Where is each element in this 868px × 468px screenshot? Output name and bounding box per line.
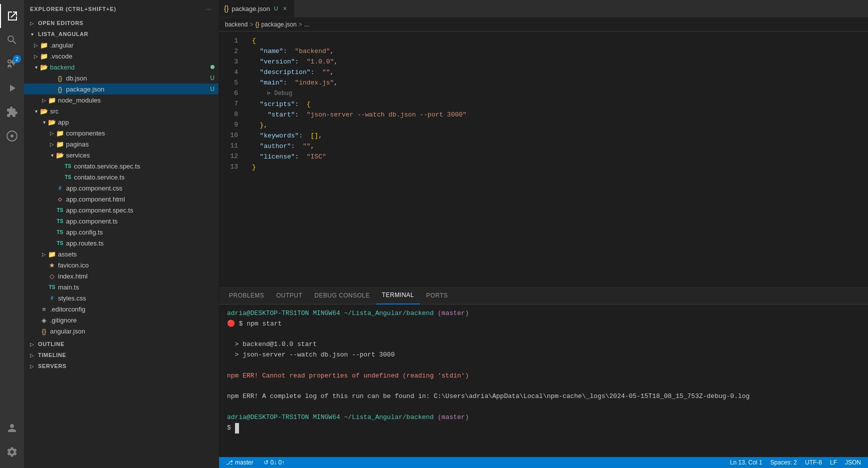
tree-item-contato-spec[interactable]: ▷ TS contato.service.spec.ts bbox=[24, 160, 218, 172]
encoding-label: UTF-8 bbox=[805, 459, 822, 466]
terminal-tab-bar: PROBLEMS OUTPUT DEBUG CONSOLE TERMINAL P… bbox=[219, 287, 868, 304]
line-col-status[interactable]: Ln 13, Col 1 bbox=[727, 457, 766, 468]
angular-label: .angular bbox=[50, 42, 218, 49]
open-editors-label: OPEN EDITORS bbox=[38, 20, 84, 26]
sync-status[interactable]: ↺ 0↓ 0↑ bbox=[260, 457, 288, 468]
app-config-icon: TS bbox=[56, 228, 64, 236]
search-icon[interactable] bbox=[0, 28, 24, 52]
tab-package-json-icon: {} bbox=[224, 4, 228, 12]
favicon-icon: ★ bbox=[48, 261, 56, 269]
explorer-icon[interactable] bbox=[0, 4, 24, 28]
app-html-icon: ◇ bbox=[56, 195, 64, 203]
open-editors-section[interactable]: ▷ OPEN EDITORS bbox=[24, 18, 218, 28]
app-chevron: ▾ bbox=[40, 118, 48, 126]
servers-section[interactable]: ▷ SERVERS bbox=[24, 360, 218, 372]
line-numbers: 1 2 3 4 5 6 7 8 9 10 11 12 13 bbox=[219, 32, 244, 287]
run-debug-icon[interactable] bbox=[0, 76, 24, 100]
app-routes-label: app.routes.ts bbox=[66, 240, 218, 247]
tab-package-json-label: package.json bbox=[232, 5, 270, 12]
tree-item-backend[interactable]: ▾ 📂 backend bbox=[24, 62, 218, 72]
source-control-icon[interactable]: 2 bbox=[0, 52, 24, 76]
tree-item-vscode[interactable]: ▷ 📁 .vscode bbox=[24, 50, 218, 62]
tree-item-node-modules[interactable]: ▷ 📁 node_modules bbox=[24, 94, 218, 106]
tree-item-index-html[interactable]: ▷ ◇ index.html bbox=[24, 270, 218, 282]
contato-spec-icon: TS bbox=[64, 162, 72, 170]
componentes-folder-icon: 📁 bbox=[56, 129, 64, 137]
breadcrumb-ellipsis[interactable]: ... bbox=[304, 21, 309, 28]
tab-close-icon[interactable]: × bbox=[281, 4, 289, 12]
extensions-icon[interactable] bbox=[0, 100, 24, 124]
tree-item-favicon[interactable]: ▷ ★ favicon.ico bbox=[24, 260, 218, 270]
tab-debug-console[interactable]: DEBUG CONSOLE bbox=[308, 287, 376, 304]
tree-item-contato-service[interactable]: ▷ TS contato.service.ts bbox=[24, 172, 218, 182]
styles-css-icon: # bbox=[48, 294, 56, 302]
settings-icon[interactable] bbox=[0, 440, 24, 464]
tree-item-app-html[interactable]: ▷ ◇ app.component.html bbox=[24, 194, 218, 204]
lista-angular-section[interactable]: ▾ LISTA_ANGULAR bbox=[24, 28, 218, 40]
tab-ports[interactable]: PORTS bbox=[420, 287, 454, 304]
encoding-status[interactable]: UTF-8 bbox=[802, 457, 825, 468]
lista-angular-label: LISTA_ANGULAR bbox=[38, 31, 88, 37]
tree-item-paginas[interactable]: ▷ 📁 paginas bbox=[24, 138, 218, 150]
tree-item-main-ts[interactable]: ▷ TS main.ts bbox=[24, 282, 218, 292]
package-json-tab[interactable]: {} package.json U × bbox=[219, 0, 294, 17]
account-icon[interactable] bbox=[0, 416, 24, 440]
tree-item-services[interactable]: ▾ 📂 services bbox=[24, 150, 218, 160]
breadcrumb-backend[interactable]: backend bbox=[225, 21, 248, 28]
contato-service-icon: TS bbox=[64, 173, 72, 181]
db-json-badge: U bbox=[210, 74, 214, 82]
backend-folder-icon: 📂 bbox=[40, 63, 48, 71]
tree-item-app-spec[interactable]: ▷ TS app.component.spec.ts bbox=[24, 204, 218, 216]
tab-problems[interactable]: PROBLEMS bbox=[223, 287, 270, 304]
tree-item-src[interactable]: ▾ 📂 src bbox=[24, 106, 218, 116]
tab-terminal[interactable]: TERMINAL bbox=[376, 287, 420, 304]
services-folder-icon: 📂 bbox=[56, 151, 64, 159]
tree-item-package-json[interactable]: ▷ {} package.json U bbox=[24, 84, 218, 94]
editorconfig-label: .editorconfig bbox=[50, 306, 218, 313]
code-area[interactable]: { "name": "backend", "version": "1.0.0",… bbox=[244, 32, 868, 287]
paginas-folder-icon: 📁 bbox=[56, 140, 64, 148]
tree-item-editorconfig[interactable]: ▷ ≡ .editorconfig bbox=[24, 304, 218, 314]
terminal-content[interactable]: adria@DESKTOP-TRS1TON MINGW64 ~/Lista_An… bbox=[219, 304, 868, 457]
angular-json-icon: {} bbox=[40, 327, 48, 335]
tree-item-angular[interactable]: ▷ 📁 .angular bbox=[24, 40, 218, 50]
tree-item-app-css[interactable]: ▷ # app.component.css bbox=[24, 182, 218, 194]
tree-item-app[interactable]: ▾ 📂 app bbox=[24, 116, 218, 128]
assets-chevron: ▷ bbox=[40, 250, 48, 258]
app-folder-icon: 📂 bbox=[48, 118, 56, 126]
main-ts-label: main.ts bbox=[58, 284, 218, 291]
tree-item-angular-json[interactable]: ▷ {} angular.json bbox=[24, 326, 218, 336]
services-chevron: ▾ bbox=[48, 151, 56, 159]
paginas-chevron: ▷ bbox=[48, 140, 56, 148]
node-modules-label: node_modules bbox=[58, 96, 218, 104]
breadcrumb-json-icon: {} bbox=[255, 21, 259, 28]
tree-item-app-config[interactable]: ▷ TS app.config.ts bbox=[24, 226, 218, 238]
app-html-label: app.component.html bbox=[66, 196, 218, 203]
angular-chevron: ▷ bbox=[32, 41, 40, 49]
git-branch-status[interactable]: ⎇ master bbox=[223, 457, 256, 468]
tree-item-componentes[interactable]: ▷ 📁 componentes bbox=[24, 128, 218, 138]
angular-json-label: angular.json bbox=[50, 328, 218, 335]
timeline-section[interactable]: ▷ TIMELINE bbox=[24, 350, 218, 360]
tab-badge: U bbox=[274, 6, 278, 12]
vscode-folder-icon: 📁 bbox=[40, 52, 48, 60]
tab-output[interactable]: OUTPUT bbox=[270, 287, 308, 304]
tree-item-app-routes[interactable]: ▷ TS app.routes.ts bbox=[24, 238, 218, 248]
breadcrumb-package-json[interactable]: package.json bbox=[261, 21, 296, 28]
angular-folder-icon: 📁 bbox=[40, 41, 48, 49]
tree-item-styles-css[interactable]: ▷ # styles.css bbox=[24, 292, 218, 304]
tree-item-app-ts[interactable]: ▷ TS app.component.ts bbox=[24, 216, 218, 226]
tree-item-assets[interactable]: ▷ 📁 assets bbox=[24, 248, 218, 260]
remote-icon[interactable] bbox=[0, 124, 24, 148]
app-routes-icon: TS bbox=[56, 239, 64, 247]
vscode-chevron: ▷ bbox=[32, 52, 40, 60]
tree-item-db-json[interactable]: ▷ {} db.json U bbox=[24, 72, 218, 84]
spaces-status[interactable]: Spaces: 2 bbox=[768, 457, 800, 468]
tree-item-gitignore[interactable]: ▷ ◈ .gitignore bbox=[24, 314, 218, 326]
more-actions-icon[interactable]: ··· bbox=[205, 4, 212, 14]
outline-section[interactable]: ▷ OUTLINE bbox=[24, 338, 218, 350]
eol-status[interactable]: LF bbox=[827, 457, 840, 468]
componentes-chevron: ▷ bbox=[48, 129, 56, 137]
services-label: services bbox=[66, 152, 218, 159]
lang-status[interactable]: JSON bbox=[842, 457, 864, 468]
